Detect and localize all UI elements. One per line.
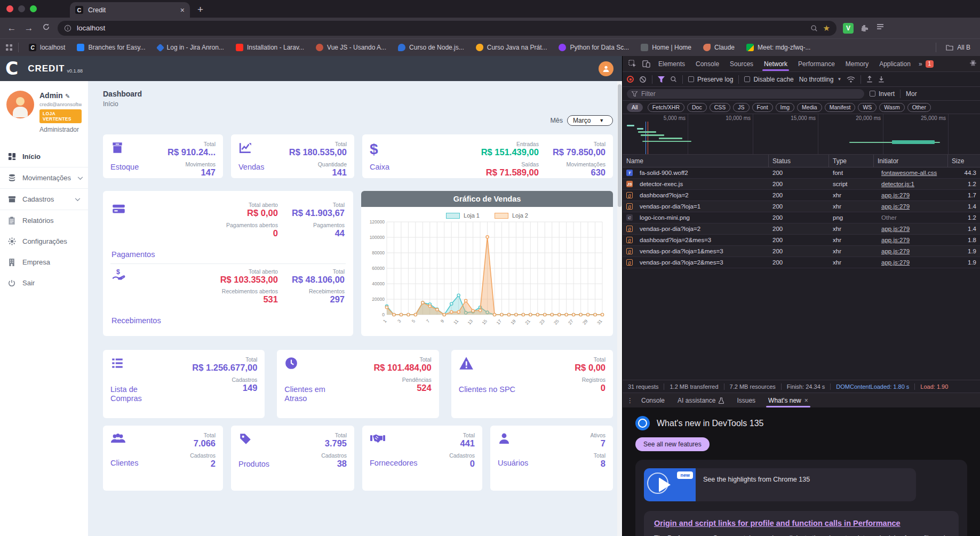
error-badge[interactable]: 1 [926,60,934,68]
card-usuarios[interactable]: Usuários Ativos7 Total8 [490,426,613,491]
bookmark-item[interactable]: Curso Java na Prát... [471,42,552,53]
checkbox[interactable] [870,91,875,97]
url-bar[interactable]: localhost ★ [58,21,836,36]
reload-icon[interactable] [41,23,51,34]
network-request-row[interactable]: {}vendas-por-dia?loja=2&mes=3 200xhr app… [623,257,980,268]
bookmark-item[interactable]: Meet: mdg-zfwq-... [742,42,815,53]
card-fornecedores[interactable]: Fornecedores Total441 Cadastros0 [362,426,482,491]
filter-funnel-icon[interactable] [658,76,665,83]
card-clientes-spc[interactable]: Clientes no SPC TotalR$ 0,00 Registros0 [451,350,613,418]
tab-network[interactable]: Network [759,57,792,71]
card-produtos[interactable]: Produtos Total3.795 Cadastros38 [231,426,354,491]
card-lista-compras[interactable]: Lista de Compras TotalR$ 1.256.677,00 Ca… [103,350,265,418]
minimize-window-button[interactable] [18,5,25,12]
all-bookmarks-button[interactable]: All B [942,42,975,53]
bookmark-star-icon[interactable]: ★ [823,23,830,33]
initiator-link[interactable]: app.js:279 [878,237,913,243]
chip-media[interactable]: Media [797,103,822,112]
chip-font[interactable]: Font [752,103,773,112]
bookmark-item[interactable]: Home | Home [636,42,696,53]
sidebar-item-configuracoes[interactable]: Configurações [0,231,88,252]
tab-application[interactable]: Application [874,57,915,71]
card-estoque[interactable]: Estoque TotalR$ 910.24... Movimentos147 [103,134,223,178]
chip-wasm[interactable]: Wasm [879,103,904,112]
zoom-icon[interactable] [810,25,818,32]
network-request-row[interactable]: {}vendas-por-dia?loja=1 200xhr app.js:27… [623,201,980,212]
bookmark-item[interactable]: Claude [698,42,739,53]
card-clientes-atraso[interactable]: Clientes em Atraso TotalR$ 101.484,00 Pe… [277,350,439,418]
tab-elements[interactable]: Elements [654,57,690,71]
inspect-element-icon[interactable] [626,60,639,68]
network-table-header[interactable]: Name Status Type Initiator Size [623,155,980,167]
feature-link[interactable]: Origin and script links for profile and … [654,519,949,527]
initiator-link[interactable]: app.js:279 [878,226,913,232]
sidebar-item-cadastros[interactable]: Cadastros [0,188,88,210]
bookmark-item[interactable]: Python for Data Sc... [554,42,634,53]
chip-other[interactable]: Other [907,103,931,112]
sidebar-item-inicio[interactable]: Início [0,146,88,167]
record-network-log-icon[interactable] [627,76,634,83]
network-overview-timeline[interactable]: 5,000 ms 10,000 ms 15,000 ms 20,000 ms 2… [623,114,980,155]
chip-fetch-xhr[interactable]: Fetch/XHR [648,103,684,112]
clear-network-log-icon[interactable] [639,76,647,83]
edit-profile-icon[interactable]: ✎ [65,93,70,99]
network-request-row[interactable]: Tfa-solid-900.woff2 200font fontawesome-… [623,167,980,179]
checkbox[interactable] [688,76,694,82]
drawer-menu-icon[interactable]: ⋮ [627,397,634,404]
close-window-button[interactable] [6,5,13,12]
avatar[interactable] [6,91,34,118]
legend-item-loja1[interactable]: Loja 1 [446,212,480,219]
invert-filter-checkbox[interactable]: Invert [870,90,895,98]
forward-icon[interactable]: → [23,23,34,34]
bookmark-item[interactable]: Curso de Node.js... [393,42,469,53]
initiator-link[interactable]: app.js:279 [878,192,913,198]
bookmark-item[interactable]: Branches for Easy... [72,42,150,53]
card-clientes[interactable]: Clientes Total7.066 Cadastros2 [103,426,223,491]
page-scrollbar[interactable] [617,81,622,536]
network-request-row[interactable]: {}dashboard?loja=2 200xhr app.js:279 1.7 [623,190,980,201]
video-thumbnail[interactable]: new [644,468,696,501]
browser-tab[interactable]: C Credit × [70,2,190,18]
scrollbar-thumb[interactable] [618,84,622,207]
tab-console[interactable]: Console [691,57,724,71]
drawer-tab-ai-assistance[interactable]: AI assistance [672,394,729,407]
initiator-link[interactable]: app.js:279 [878,259,913,266]
tab-sources[interactable]: Sources [725,57,758,71]
more-filters-label[interactable]: Mor [906,90,917,98]
highlights-video-card[interactable]: new See the highlights from Chrome 135 [644,468,916,501]
more-tabs-icon[interactable]: » [917,60,925,68]
card-caixa[interactable]: $ Caixa EntradasR$ 151.439,00 SaídasR$ 7… [362,134,613,178]
chip-css[interactable]: CSS [710,103,731,112]
new-tab-button[interactable]: + [197,4,203,15]
back-icon[interactable]: ← [6,23,17,34]
network-request-row[interactable]: {}vendas-por-dia?loja=1&mes=3 200xhr app… [623,246,980,257]
browser-menu-icon[interactable] [875,22,886,34]
user-avatar[interactable] [599,61,614,76]
device-toolbar-icon[interactable] [640,60,652,68]
network-conditions-icon[interactable] [847,76,855,83]
network-request-row[interactable]: {}vendas-por-dia?loja=2 200xhr app.js:27… [623,223,980,235]
sidebar-item-relatorios[interactable]: Relatórios [0,210,88,231]
checkbox[interactable] [744,76,750,82]
chip-all[interactable]: All [627,103,643,112]
tab-performance[interactable]: Performance [793,57,840,71]
initiator-link[interactable]: app.js:279 [878,248,913,254]
apps-grid-icon[interactable] [5,44,13,51]
bookmark-item[interactable]: Vue JS - Usando A... [311,42,391,53]
network-filter-input[interactable]: Filter [627,89,864,99]
initiator-link[interactable]: fontawesome-all.css [878,170,941,176]
month-select[interactable]: Março ▼ [567,115,613,126]
network-request-row[interactable]: {}dashboard?loja=2&mes=3 200xhr app.js:2… [623,235,980,246]
sidebar-item-movimentacoes[interactable]: Movimentações [0,167,88,188]
import-har-icon[interactable] [866,76,873,83]
drawer-tab-whats-new[interactable]: What's new × [763,394,814,407]
drawer-tab-console[interactable]: Console [636,394,670,407]
chip-js[interactable]: JS [733,103,749,112]
tab-memory[interactable]: Memory [841,57,873,71]
chip-manifest[interactable]: Manifest [825,103,856,112]
card-vendas[interactable]: Vendas TotalR$ 180.535,00 Quantidade141 [231,134,354,178]
tab-close-icon[interactable]: × [180,6,185,14]
play-icon[interactable] [659,477,671,492]
window-controls[interactable] [0,0,44,18]
extensions-puzzle-icon[interactable] [860,24,869,33]
